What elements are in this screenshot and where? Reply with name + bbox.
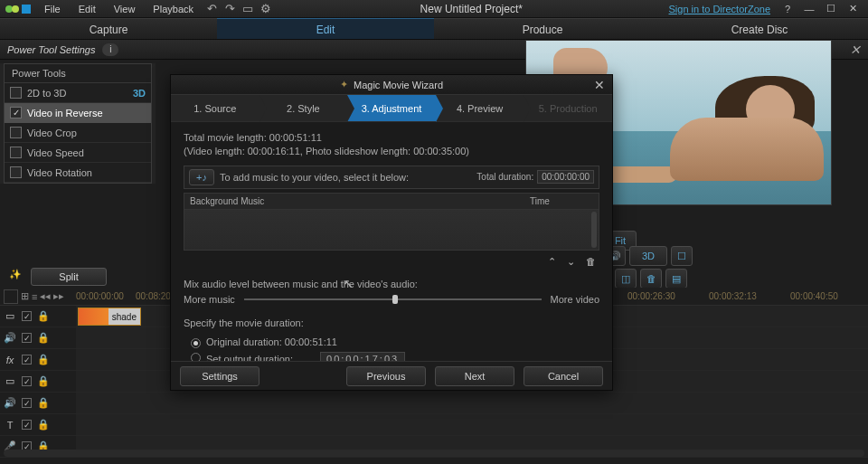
dialog-title-bar[interactable]: ✦ Magic Movie Wizard ✕ — [171, 75, 612, 95]
timeline-scrollbar[interactable] — [4, 450, 864, 457]
maximize-icon[interactable]: ☐ — [821, 3, 841, 14]
output-duration-field[interactable]: 00:00:17:03 — [320, 352, 405, 361]
3d-badge-icon: 3D — [133, 88, 146, 99]
total-duration-value: 00:00:00:00 — [537, 170, 594, 184]
info-icon[interactable]: i — [102, 43, 118, 56]
audio-track-icon: 🔊 — [4, 332, 16, 344]
mix-left-label: More music — [184, 294, 235, 305]
sign-in-link[interactable]: Sign in to DirectorZone — [669, 4, 771, 14]
gear-icon[interactable]: ⚙ — [258, 2, 274, 15]
power-group-title: Power Tools — [5, 64, 151, 83]
menu-edit[interactable]: Edit — [71, 2, 104, 16]
add-music-hint: To add music to your video, select it be… — [220, 172, 409, 183]
cancel-button[interactable]: Cancel — [524, 366, 603, 386]
display-icon[interactable]: ▭ — [240, 2, 256, 15]
col-time: Time — [530, 196, 593, 206]
checkbox-icon[interactable] — [10, 127, 22, 138]
duration-heading: Specify the movie duration: — [184, 317, 599, 328]
panel-close-icon[interactable]: ✕ — [850, 43, 861, 57]
tab-produce[interactable]: Produce — [434, 18, 651, 39]
panel-title: Power Tool Settings — [7, 44, 95, 55]
settings-button[interactable]: Settings — [180, 366, 259, 386]
checkbox-icon[interactable] — [10, 147, 22, 158]
timeline-right-tools: ◫ 🗑 ▤ — [615, 269, 687, 289]
add-music-button[interactable]: +♪ — [189, 169, 214, 185]
fx-track-icon: fx — [4, 355, 16, 365]
mode-tabs: Capture Edit Produce Create Disc — [0, 18, 868, 40]
prev-frame-icon[interactable]: ◂◂ — [40, 290, 51, 302]
select-tool-icon[interactable]: ◫ — [615, 269, 637, 289]
timeline-clip[interactable]: shade — [78, 308, 141, 326]
tab-create-disc[interactable]: Create Disc — [651, 18, 868, 39]
redo-icon[interactable]: ↷ — [222, 2, 238, 15]
undo-icon[interactable]: ↶ — [203, 2, 220, 15]
power-item-2d3d[interactable]: 2D to 3D3D — [5, 83, 151, 103]
trash-icon[interactable]: 🗑 — [640, 269, 662, 289]
power-item-reverse[interactable]: ✓Video in Reverse — [5, 103, 151, 123]
background-music-list[interactable]: Background MusicTime — [184, 193, 599, 251]
magic-movie-wizard-dialog: ✦ Magic Movie Wizard ✕ 1. Source 2. Styl… — [170, 74, 613, 391]
menu-view[interactable]: View — [106, 2, 144, 16]
checkbox-icon[interactable]: ✓ — [10, 107, 22, 118]
previous-button[interactable]: Previous — [346, 366, 426, 386]
split-button[interactable]: Split — [31, 268, 107, 286]
list-scrollbar[interactable] — [591, 212, 597, 248]
step-adjustment[interactable]: 3. Adjustment — [347, 95, 436, 121]
col-name: Background Music — [190, 196, 264, 206]
dialog-close-icon[interactable]: ✕ — [594, 78, 605, 92]
remove-item-icon[interactable]: 🗑 — [586, 256, 596, 268]
snapshot-icon[interactable]: ☐ — [671, 246, 693, 266]
title-track-icon: T — [4, 420, 16, 431]
markers-icon[interactable]: ▤ — [665, 269, 687, 289]
tab-edit[interactable]: Edit — [217, 18, 434, 39]
menu-file[interactable]: File — [36, 2, 69, 16]
total-length-label: Total movie length: 00:00:51:11 (Video l… — [184, 131, 599, 158]
3d-dropdown[interactable]: 3D — [629, 246, 667, 266]
tab-capture[interactable]: Capture — [0, 18, 217, 39]
wand-icon[interactable]: ✨ — [5, 269, 25, 285]
mix-slider[interactable] — [244, 298, 542, 300]
lock-icon[interactable]: 🔒 — [37, 310, 50, 322]
list-icon[interactable]: ≡ — [32, 291, 37, 302]
track-title[interactable]: T✓🔒 — [0, 414, 868, 436]
radio-output[interactable] — [191, 353, 201, 361]
dialog-title: Magic Movie Wizard — [354, 80, 443, 90]
step-source[interactable]: 1. Source — [171, 95, 259, 121]
project-title: New Untitled Project* — [276, 3, 667, 15]
close-window-icon[interactable]: ✕ — [843, 3, 863, 14]
move-down-icon[interactable]: ⌄ — [567, 256, 575, 268]
power-item-crop[interactable]: Video Crop — [5, 123, 151, 143]
step-preview[interactable]: 4. Preview — [436, 95, 524, 121]
wizard-steps: 1. Source 2. Style 3. Adjustment 4. Prev… — [171, 95, 612, 122]
power-item-rotation[interactable]: Video Rotation — [5, 163, 151, 183]
video-track-icon: ▭ — [4, 310, 16, 322]
mix-label: Mix audio level between music and the vi… — [184, 279, 599, 289]
wand-icon: ✦ — [340, 79, 348, 90]
checkbox-icon[interactable] — [10, 87, 22, 99]
add-music-bar: +♪ To add music to your video, select it… — [184, 166, 599, 189]
step-production: 5. Production — [524, 95, 612, 121]
next-button[interactable]: Next — [435, 366, 514, 386]
step-style[interactable]: 2. Style — [259, 95, 348, 121]
help-icon[interactable]: ? — [778, 4, 797, 14]
menu-playback[interactable]: Playback — [145, 2, 202, 16]
mix-right-label: More video — [551, 294, 599, 305]
menubar: File Edit View Playback ↶ ↷ ▭ ⚙ New Unti… — [0, 0, 868, 18]
checkbox-icon[interactable] — [10, 166, 22, 178]
film-icon[interactable]: ⊞ — [21, 290, 29, 302]
minimize-icon[interactable]: — — [799, 4, 819, 14]
snap-icon[interactable] — [4, 289, 18, 304]
power-item-speed[interactable]: Video Speed — [5, 143, 151, 163]
move-up-icon[interactable]: ⌃ — [548, 256, 556, 268]
app-logo — [5, 2, 31, 16]
power-tools-panel: Power Tools 2D to 3D3D ✓Video in Reverse… — [0, 63, 156, 184]
track-visible-checkbox[interactable]: ✓ — [22, 311, 32, 321]
radio-original[interactable] — [191, 338, 201, 348]
track-audio-2[interactable]: 🔊✓🔒 — [0, 393, 868, 414]
next-frame-icon[interactable]: ▸▸ — [53, 290, 64, 302]
